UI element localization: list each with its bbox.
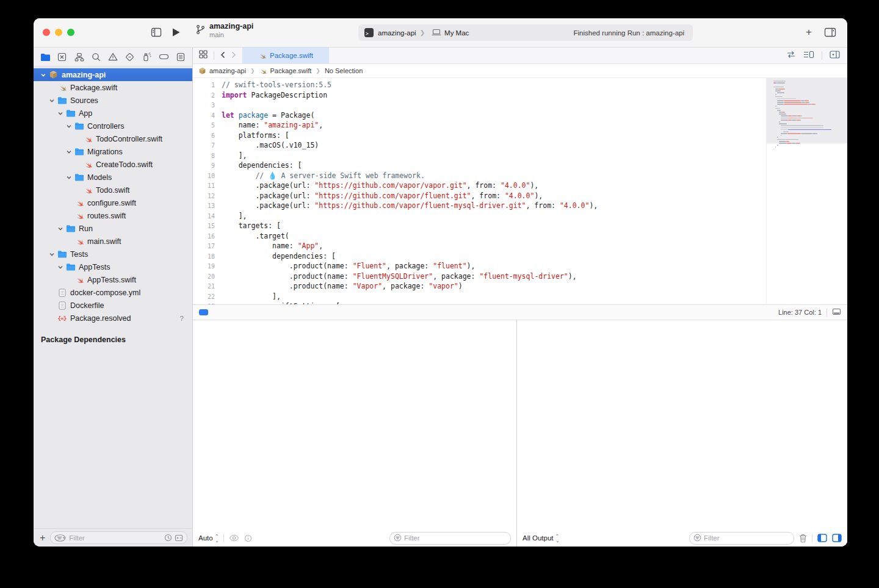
tree-item-package-resolved[interactable]: {«}Package.resolved? (34, 312, 192, 324)
tree-item-apptests-swift[interactable]: AppTests.swift (34, 273, 192, 286)
code-line[interactable]: 17 name: "App", (193, 241, 767, 251)
minimap[interactable] (766, 78, 847, 304)
disclosure-chevron-icon[interactable] (56, 226, 65, 232)
tree-item-models[interactable]: Models (34, 171, 192, 184)
minimize-window-button[interactable] (55, 29, 62, 36)
related-items-icon[interactable] (199, 50, 208, 61)
tree-item-migrations[interactable]: Migrations (34, 145, 192, 158)
jump-bar[interactable]: amazing-api ❯ Package.swift ❯ No Selecti… (193, 64, 847, 78)
tree-item-docker-compose-yml[interactable]: docker-compose.yml (34, 286, 192, 299)
tab-package-swift[interactable]: Package.swift (242, 48, 329, 63)
code-line[interactable]: 23 swiftSettings: [ (193, 301, 767, 304)
recent-files-filter-icon[interactable] (164, 534, 172, 542)
sidebar-filter-field[interactable]: Filter (50, 531, 187, 544)
scheme-selector[interactable]: > amazing-api ❯ My Mac (358, 24, 475, 41)
symbol-navigator-icon[interactable] (74, 51, 85, 62)
code-line[interactable]: 12 .package(url: "https://github.com/vap… (193, 191, 767, 201)
tree-item-run[interactable]: Run (34, 222, 192, 235)
test-navigator-icon[interactable] (125, 51, 136, 62)
clear-console-trash-icon[interactable] (799, 534, 807, 543)
variables-scope-selector[interactable]: Auto ⌃⌃ (198, 534, 219, 542)
tree-item-dockerfile[interactable]: Dockerfile (34, 299, 192, 312)
toggle-debug-area-icon[interactable] (199, 309, 208, 315)
toggle-console-view-icon[interactable] (832, 534, 842, 542)
find-navigator-icon[interactable] (90, 51, 101, 62)
tree-item-amazing-api[interactable]: amazing-api (34, 68, 192, 81)
code-line[interactable]: 9 dependencies: [ (193, 160, 767, 171)
tree-item-tests[interactable]: Tests (34, 248, 192, 260)
tree-item-sources[interactable]: Sources (34, 94, 192, 107)
info-icon[interactable] (244, 534, 252, 542)
disclosure-chevron-icon[interactable] (47, 251, 57, 257)
breakpoint-navigator-icon[interactable] (158, 51, 169, 62)
tree-item-todocontroller-swift[interactable]: TodoController.swift (34, 132, 192, 145)
source-control-status-filter-icon[interactable] (175, 534, 183, 542)
close-window-button[interactable] (43, 29, 50, 36)
tree-item-configure-swift[interactable]: configure.swift (34, 196, 192, 209)
disclosure-chevron-icon[interactable] (64, 174, 74, 181)
code-line[interactable]: 7 .macOS(.v10_15) (193, 140, 767, 151)
go-back-icon[interactable] (220, 50, 225, 61)
code-line[interactable]: 4let package = Package( (193, 110, 767, 121)
tree-item-apptests[interactable]: AppTests (34, 260, 192, 273)
editor-display-icon[interactable] (832, 308, 841, 317)
swap-editors-icon[interactable] (786, 50, 796, 61)
disclosure-chevron-icon[interactable] (56, 110, 65, 117)
toggle-navigator-icon[interactable] (151, 27, 162, 40)
breadcrumb-project[interactable]: amazing-api (209, 67, 246, 74)
code-line[interactable]: 6 platforms: [ (193, 131, 767, 141)
code-line[interactable]: 22 ], (193, 292, 767, 302)
quicklook-eye-icon[interactable] (229, 534, 239, 542)
tree-item-main-swift[interactable]: main.swift (34, 235, 192, 248)
code-line[interactable]: 20 .product(name: "FluentMySQLDriver", p… (193, 271, 767, 282)
report-navigator-icon[interactable] (175, 51, 186, 62)
project-navigator-icon[interactable] (40, 51, 51, 62)
console-content[interactable] (517, 320, 847, 529)
tree-item-todo-swift[interactable]: Todo.swift (34, 184, 192, 196)
disclosure-chevron-icon[interactable] (64, 149, 74, 155)
code-line[interactable]: 1// swift-tools-version:5.5 (193, 80, 767, 90)
console-filter-field[interactable]: Filter (689, 532, 794, 545)
code-line[interactable]: 10 // 💧 A server-side Swift web framewor… (193, 171, 767, 181)
code-line[interactable]: 2import PackageDescription (193, 90, 767, 101)
code-pane[interactable]: 1// swift-tools-version:5.52import Packa… (193, 78, 767, 304)
disclosure-chevron-icon[interactable] (56, 264, 65, 270)
code-line[interactable]: 18 dependencies: [ (193, 251, 767, 262)
code-line[interactable]: 16 .target( (193, 231, 767, 242)
disclosure-chevron-icon[interactable] (47, 98, 57, 104)
breadcrumb-selection[interactable]: No Selection (325, 67, 363, 74)
code-line[interactable]: 19 .product(name: "Fluent", package: "fl… (193, 261, 767, 271)
disclosure-chevron-icon[interactable] (38, 72, 48, 78)
variables-content[interactable] (193, 320, 516, 529)
toggle-variables-view-icon[interactable] (817, 534, 827, 542)
issue-navigator-icon[interactable] (107, 51, 118, 62)
disclosure-chevron-icon[interactable] (64, 123, 74, 129)
code-line[interactable]: 14 ], (193, 211, 767, 221)
code-line[interactable]: 21 .product(name: "Vapor", package: "vap… (193, 281, 767, 292)
debug-navigator-icon[interactable] (142, 51, 153, 62)
run-button[interactable] (172, 27, 181, 40)
variables-filter-field[interactable]: Filter (389, 532, 511, 545)
code-line[interactable]: 11 .package(url: "https://github.com/vap… (193, 181, 767, 191)
add-file-button[interactable]: + (38, 533, 46, 543)
add-editor-icon[interactable] (830, 50, 840, 61)
source-control-navigator-icon[interactable] (57, 51, 68, 62)
tree-item-controllers[interactable]: Controllers (34, 120, 192, 132)
code-line[interactable]: 3 (193, 100, 767, 110)
console-scope-selector[interactable]: All Output ⌃⌃ (523, 534, 559, 542)
tree-item-routes-swift[interactable]: routes.swift (34, 209, 192, 222)
tree-item-createtodo-swift[interactable]: CreateTodo.swift (34, 158, 192, 171)
zoom-window-button[interactable] (67, 29, 74, 36)
code-line[interactable]: 5 name: "amazing-api", (193, 120, 767, 131)
editor-options-icon[interactable] (803, 50, 814, 61)
code-line[interactable]: 8 ], (193, 151, 767, 161)
code-line[interactable]: 13 .package(url: "https://github.com/vap… (193, 201, 767, 211)
toggle-inspectors-icon[interactable] (824, 27, 836, 40)
breadcrumb-file[interactable]: Package.swift (270, 67, 311, 74)
code-line[interactable]: 15 targets: [ (193, 221, 767, 231)
tree-item-app[interactable]: App (34, 107, 192, 120)
scheme-destination[interactable]: My Mac (444, 29, 469, 37)
go-forward-icon[interactable] (231, 50, 236, 61)
tree-item-package-swift[interactable]: Package.swift (34, 81, 192, 94)
add-toolbar-button[interactable]: + (806, 26, 812, 38)
